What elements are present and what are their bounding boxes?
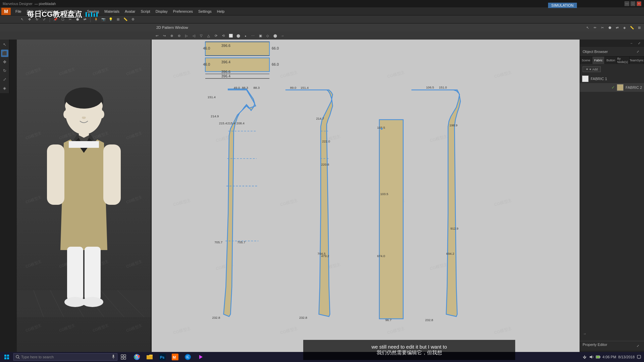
tool-sub-13[interactable]: ⬥ <box>242 32 249 39</box>
svg-text:215.4: 215.4 <box>227 121 236 125</box>
start-button[interactable] <box>0 352 13 362</box>
tool-sub-9[interactable]: ⟳ <box>213 32 219 39</box>
taskbar-file-manager[interactable] <box>144 352 156 362</box>
task-view-button[interactable] <box>117 352 129 362</box>
menu-materials[interactable]: Materials <box>102 9 122 14</box>
tool-light[interactable]: 💡 <box>107 16 114 23</box>
svg-text:232.8: 232.8 <box>212 316 220 319</box>
tool-sub-10[interactable]: ⟲ <box>220 32 227 39</box>
taskbar-app-extra[interactable]: M <box>169 352 181 362</box>
right-panel-icon-1[interactable]: → <box>628 40 635 47</box>
tab-scene[interactable]: Scene <box>580 57 592 64</box>
search-bar[interactable]: Type here to search <box>13 353 117 361</box>
taskbar-blue-app[interactable]: IE <box>182 352 194 362</box>
svg-text:694.2: 694.2 <box>446 252 454 255</box>
character-svg <box>17 40 151 360</box>
app-title-overlay: 每日CG教程盘点 <box>27 9 98 19</box>
taskbar-chrome[interactable] <box>131 352 143 362</box>
menu-avatar[interactable]: Avatar <box>122 9 138 14</box>
pattern-canvas: 396.6 396.4 46.0 66.0 46.0 66.0 396.6 39… <box>152 40 580 360</box>
tool-2d-sew[interactable]: ⇄ <box>614 24 621 31</box>
sidebar-scale-icon[interactable]: ⤢ <box>1 76 8 83</box>
close-button[interactable]: ✕ <box>637 1 641 6</box>
tool-2d-select[interactable]: ↖ <box>584 24 591 31</box>
tool-sub-17[interactable]: ⬤ <box>272 32 278 39</box>
fabric-item-2[interactable]: ✓ FABRIC 2 <box>580 83 644 92</box>
svg-point-73 <box>381 128 382 130</box>
svg-point-87 <box>16 355 19 358</box>
tool-sub-3[interactable]: ⊕ <box>168 32 175 39</box>
sidebar-pin-icon[interactable]: ◈ <box>1 84 8 92</box>
app-icon: M <box>172 354 178 360</box>
menu-help[interactable]: Help <box>214 9 227 14</box>
taskbar-photoshop[interactable]: Ps <box>156 352 168 362</box>
tool-sub-6[interactable]: ◁ <box>191 32 197 39</box>
subtitle-chinese: 我们仍然需要编辑它，但我想 <box>377 350 442 356</box>
svg-text:88.3: 88.3 <box>242 86 248 89</box>
right-panel-arrow-btn[interactable]: → <box>581 330 588 337</box>
sidebar-rotate-icon[interactable]: ↻ <box>1 67 8 74</box>
tool-sub-12[interactable]: ⬤ <box>235 32 241 39</box>
tool-settings-3d[interactable]: ⚙ <box>129 16 136 23</box>
title-bar-left: Marvelous Designer — pixelbladah <box>3 2 56 6</box>
simulation-mode-button[interactable]: SIMULATION <box>548 3 577 8</box>
tool-sub-16[interactable]: ◇ <box>264 32 271 39</box>
menu-preferences[interactable]: Preferences <box>170 9 196 14</box>
svg-text:705.7: 705.7 <box>214 240 222 244</box>
tool-2d-draw[interactable]: ✏ <box>592 24 598 31</box>
tool-2d-measure[interactable]: 📏 <box>629 24 635 31</box>
tab-teamsync[interactable]: TeamSync <box>630 57 644 64</box>
tool-sub-8[interactable]: △ <box>205 32 212 39</box>
taskbar-movie-app[interactable] <box>195 352 207 362</box>
minimize-button[interactable]: — <box>625 1 629 6</box>
svg-point-31 <box>65 88 102 109</box>
tool-2d-grid[interactable]: ⊞ <box>636 24 643 31</box>
tab-bynodes[interactable]: By Node(s) <box>617 57 630 64</box>
tab-fabric[interactable]: Fabric <box>592 57 605 64</box>
tool-sub-15[interactable]: ▣ <box>257 32 264 39</box>
fabric-name-2: FABRIC 2 <box>626 85 642 89</box>
title-bar: Marvelous Designer — pixelbladah — □ ✕ <box>0 0 644 7</box>
tool-sub-4[interactable]: ⊖ <box>176 32 182 39</box>
tool-sub-14[interactable]: ⋯ <box>250 32 256 39</box>
tool-sub-1[interactable]: ↩ <box>154 32 160 39</box>
tab-button[interactable]: Button <box>605 57 617 64</box>
tool-sub-arrow[interactable]: → <box>279 32 286 39</box>
bili-bar-5 <box>96 12 98 17</box>
sidebar-active-icon[interactable]: ⬛ <box>1 50 8 57</box>
object-browser-expand[interactable]: ⤢ <box>635 48 641 55</box>
bili-bar-2 <box>88 13 90 17</box>
tool-select[interactable]: ↖ <box>19 16 25 23</box>
right-panel-icon-2[interactable]: ⤢ <box>636 40 643 47</box>
property-editor-expand[interactable]: ⤢ <box>635 343 641 349</box>
tool-measure[interactable]: 📏 <box>122 16 129 23</box>
tool-grid[interactable]: ⊞ <box>115 16 121 23</box>
bilibili-logo <box>86 12 98 17</box>
object-browser-title: Object Browser <box>583 50 608 54</box>
tool-2d-trace[interactable]: ◈ <box>621 24 628 31</box>
tool-sub-2[interactable]: ↪ <box>161 32 168 39</box>
add-fabric-button[interactable]: ✦ ✦ Add <box>583 66 601 72</box>
sidebar-select-icon[interactable]: ↖ <box>1 41 8 48</box>
svg-text:214.7: 214.7 <box>316 117 324 120</box>
svg-text:151.4: 151.4 <box>301 86 309 89</box>
fabric-item-1[interactable]: FABRIC 1 <box>580 74 644 83</box>
svg-text:46.0: 46.0 <box>203 62 210 66</box>
notification-icon[interactable] <box>637 355 641 359</box>
tool-2d-fold[interactable]: ⬟ <box>606 24 613 31</box>
maximize-button[interactable]: □ <box>631 1 635 6</box>
sidebar-move-icon[interactable]: ✥ <box>1 58 8 66</box>
menu-file[interactable]: File <box>13 9 24 14</box>
tool-camera[interactable]: 📷 <box>100 16 107 23</box>
menu-settings[interactable]: Settings <box>196 9 214 14</box>
chrome-icon <box>133 354 140 360</box>
tool-sub-5[interactable]: ▷ <box>183 32 190 39</box>
tool-sub-11[interactable]: ⬜ <box>227 32 234 39</box>
tool-sub-7[interactable]: ▽ <box>198 32 205 39</box>
svg-rect-94 <box>124 357 126 359</box>
tool-2d-cut[interactable]: ✂ <box>599 24 606 31</box>
menu-display[interactable]: Display <box>153 9 170 14</box>
bili-bar-4 <box>94 13 95 17</box>
menu-script[interactable]: Script <box>138 9 153 14</box>
title-bar-filename: — pixelbladah <box>35 2 56 6</box>
